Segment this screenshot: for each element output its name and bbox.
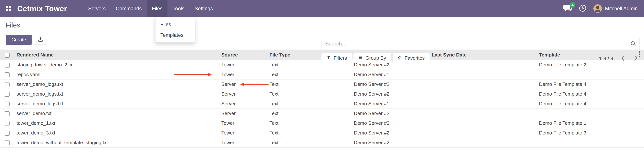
cell-rendered-name[interactable]: tower_demo_1.txt [14,118,219,128]
cell-rendered-name[interactable]: tower_demo_without_template_staging.txt [14,138,219,148]
cell-file-type[interactable]: Text [267,79,329,89]
cell-server[interactable]: Demo Server #1 [352,99,430,109]
cell-last-sync-date[interactable] [430,138,537,148]
menu-tools[interactable]: Tools [168,0,190,17]
table-row[interactable]: tower_demo_without_template_staging.txt … [0,138,644,148]
row-checkbox[interactable] [5,131,10,136]
cell-file[interactable] [329,128,352,138]
pager-next-button[interactable] [633,54,639,63]
cell-file-type[interactable]: Text [267,60,329,70]
row-checkbox[interactable] [5,82,10,87]
row-checkbox[interactable] [5,102,10,106]
table-row[interactable]: repos.yaml Tower Text Demo Server #1 [0,70,644,79]
cell-file[interactable] [329,99,352,109]
pager-range[interactable]: 1-9 / 9 [599,56,613,62]
cell-rendered-name[interactable]: server_demo_logs.txt [14,99,219,109]
table-row[interactable]: tower_demo_1.txt Tower Text Demo Server … [0,118,644,128]
row-checkbox[interactable] [5,92,10,97]
search-icon[interactable] [627,41,640,47]
table-row[interactable]: server_demo_logs.txt Server Text Demo Se… [0,79,644,89]
cell-last-sync-date[interactable] [430,79,537,89]
cell-server[interactable]: Demo Server #1 [352,70,430,79]
row-checkbox[interactable] [5,63,10,68]
favorites-button[interactable]: Favorites [392,53,430,63]
row-checkbox[interactable] [5,111,10,116]
cell-file[interactable] [329,138,352,148]
cell-last-sync-date[interactable] [430,99,537,109]
cell-file[interactable] [329,109,352,118]
menu-settings[interactable]: Settings [190,0,218,17]
cell-rendered-name[interactable]: server_demo.txt [14,109,219,118]
cell-template[interactable] [537,109,635,118]
cell-source[interactable]: Server [219,99,267,109]
menu-commands[interactable]: Commands [111,0,147,17]
cell-source[interactable]: Server [219,79,267,89]
column-header-file-type[interactable]: File Type [267,50,329,60]
cell-rendered-name[interactable]: staging_tower_demo_2.txt [14,60,219,70]
dropdown-item-files[interactable]: Files [156,19,195,30]
cell-template[interactable]: Demo File Template 4 [537,79,635,89]
cell-file-type[interactable]: Text [267,89,329,99]
dropdown-item-templates[interactable]: Templates [156,30,195,41]
cell-template[interactable] [537,70,635,79]
cell-rendered-name[interactable]: server_demo_logs.txt [14,79,219,89]
column-header-rendered-name[interactable]: Rendered Name [14,50,219,60]
cell-source[interactable]: Tower [219,70,267,79]
cell-template[interactable]: Demo File Template 3 [537,128,635,138]
row-checkbox[interactable] [5,72,10,77]
menu-servers[interactable]: Servers [83,0,111,17]
cell-last-sync-date[interactable] [430,109,537,118]
cell-rendered-name[interactable]: tower_demo_3.txt [14,128,219,138]
user-menu[interactable]: Mitchell Admin [593,4,638,13]
cell-file-type[interactable]: Text [267,70,329,79]
cell-file-type[interactable]: Text [267,99,329,109]
table-row[interactable]: server_demo_logs.txt Server Text Demo Se… [0,99,644,109]
cell-server[interactable]: Demo Server #2 [352,138,430,148]
cell-server[interactable]: Demo Server #2 [352,79,430,89]
pager-previous-button[interactable] [620,54,626,63]
cell-file[interactable] [329,89,352,99]
cell-file[interactable] [329,118,352,128]
app-brand[interactable]: Cetmix Tower [17,4,67,13]
create-button[interactable]: Create [6,35,32,45]
cell-last-sync-date[interactable] [430,70,537,79]
cell-template[interactable]: Demo File Template 4 [537,99,635,109]
column-header-source[interactable]: Source [219,50,267,60]
row-checkbox[interactable] [5,121,10,126]
cell-server[interactable]: Demo Server #2 [352,109,430,118]
messages-button[interactable]: 4 [563,4,572,13]
row-checkbox[interactable] [5,141,10,145]
cell-source[interactable]: Tower [219,60,267,70]
activities-button[interactable] [579,4,586,13]
cell-rendered-name[interactable]: server_demo_logs.txt [14,89,219,99]
apps-grid-icon[interactable] [5,5,12,12]
cell-source[interactable]: Server [219,109,267,118]
cell-file-type[interactable]: Text [267,118,329,128]
filters-button[interactable]: Filters [321,53,352,63]
cell-source[interactable]: Tower [219,118,267,128]
export-button[interactable] [34,35,47,45]
cell-last-sync-date[interactable] [430,118,537,128]
menu-files[interactable]: Files [147,0,168,17]
cell-file[interactable] [329,79,352,89]
cell-source[interactable]: Server [219,89,267,99]
cell-last-sync-date[interactable] [430,60,537,70]
cell-server[interactable]: Demo Server #2 [352,118,430,128]
cell-server[interactable]: Demo Server #2 [352,89,430,99]
cell-source[interactable]: Tower [219,138,267,148]
cell-last-sync-date[interactable] [430,128,537,138]
search-input[interactable] [322,41,627,47]
cell-source[interactable]: Tower [219,128,267,138]
cell-template[interactable]: Demo File Template 1 [537,118,635,128]
table-row[interactable]: server_demo_logs.txt Server Text Demo Se… [0,89,644,99]
cell-file-type[interactable]: Text [267,128,329,138]
cell-file-type[interactable]: Text [267,138,329,148]
column-header-last-sync-date[interactable]: Last Sync Date [430,50,537,60]
select-all-checkbox[interactable] [5,53,10,58]
cell-file-type[interactable]: Text [267,109,329,118]
cell-last-sync-date[interactable] [430,89,537,99]
cell-file[interactable] [329,70,352,79]
table-row[interactable]: server_demo.txt Server Text Demo Server … [0,109,644,118]
group-by-button[interactable]: Group By [353,53,391,63]
cell-template[interactable] [537,138,635,148]
